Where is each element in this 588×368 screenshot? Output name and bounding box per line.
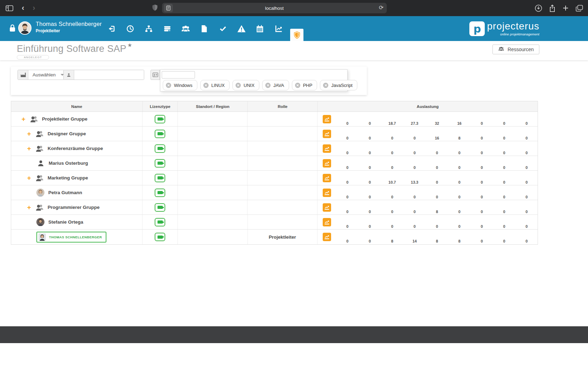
utilization-chart-button[interactable] [323, 159, 331, 168]
resources-button[interactable]: Ressourcen [492, 45, 539, 54]
factory-icon [18, 70, 28, 80]
tab-overview-icon[interactable] [576, 5, 583, 12]
remove-tag-icon[interactable]: ✕ [203, 83, 209, 88]
nav-logout-icon[interactable] [102, 16, 121, 41]
skill-tag[interactable]: ✕JavaScript [320, 80, 357, 90]
table-row[interactable]: +Marketing Gruppe0010.713.300000 [11, 171, 538, 185]
col-header-name: Name [11, 101, 143, 111]
location-cell [178, 156, 248, 170]
table-row[interactable]: Stefanie Ortega000000000 [11, 215, 538, 230]
nav-team-icon[interactable] [176, 16, 195, 41]
nav-org-chart-icon[interactable] [139, 16, 158, 41]
user-avatar[interactable] [18, 21, 31, 35]
expand-button[interactable]: + [27, 175, 31, 181]
avatar [38, 233, 46, 241]
nav-clock-icon[interactable] [121, 16, 139, 41]
nav-shield-icon[interactable] [290, 29, 303, 41]
remove-tag-icon[interactable]: ✕ [265, 83, 271, 88]
battery-license-icon[interactable] [155, 203, 165, 212]
utilization-chart-button[interactable] [323, 203, 331, 212]
logo-mark-icon: p [469, 21, 485, 36]
nav-document-icon[interactable] [195, 16, 214, 41]
new-tab-icon[interactable] [562, 5, 569, 11]
license-cell [142, 230, 178, 244]
row-name: Konferenzräume Gruppe [48, 146, 103, 151]
battery-license-icon[interactable] [155, 218, 165, 226]
table-row[interactable]: +Projektleiter Gruppe0018.727.33216000 [11, 112, 538, 127]
expand-button[interactable]: + [27, 145, 31, 152]
skill-search-input[interactable] [162, 71, 195, 79]
remove-tag-icon[interactable]: ✕ [236, 83, 241, 88]
main-nav [102, 16, 306, 41]
location-cell [178, 141, 248, 156]
utilization-chart-button[interactable] [323, 218, 331, 226]
battery-license-icon[interactable] [155, 115, 165, 123]
row-name: Designer Gruppe [48, 131, 86, 136]
sidebar-toggle-icon[interactable] [6, 5, 13, 11]
license-cell [142, 171, 178, 185]
forward-icon[interactable]: › [33, 4, 35, 12]
group-icon [30, 115, 38, 123]
reader-icon[interactable] [164, 4, 173, 12]
nav-check-icon[interactable] [214, 16, 232, 41]
battery-license-icon[interactable] [155, 189, 165, 197]
department-select[interactable]: Auswählen [18, 70, 69, 80]
resource-table: Name Lizenztype Standort / Region Rolle … [11, 101, 538, 245]
name-cell: +Designer Gruppe [11, 127, 142, 141]
utilization-chart-button[interactable] [323, 144, 331, 153]
skill-tag[interactable]: ✕LINUX [200, 80, 230, 90]
utilization-chart-button[interactable] [323, 189, 331, 197]
address-bar[interactable]: localhost ⟳ [162, 3, 387, 13]
logo-word: projecterus [487, 21, 539, 31]
battery-license-icon[interactable] [155, 233, 165, 241]
role-cell [247, 112, 317, 126]
nav-warning-icon[interactable] [232, 16, 251, 41]
nav-chart-icon[interactable] [269, 16, 288, 41]
remove-tag-icon[interactable]: ✕ [295, 83, 300, 88]
back-icon[interactable]: ‹ [22, 4, 24, 12]
downloads-icon[interactable] [535, 5, 542, 12]
favorite-star-icon[interactable]: ★ [127, 42, 132, 48]
person-search-input[interactable] [74, 70, 144, 80]
role-cell [247, 141, 317, 156]
expand-button[interactable]: + [27, 204, 31, 211]
name-cell: Petra Gutmann [11, 185, 142, 200]
utilization-chart-button[interactable] [323, 115, 331, 123]
skill-tag[interactable]: ✕UNIX [232, 80, 259, 90]
privacy-shield-icon[interactable] [152, 4, 158, 11]
location-cell [178, 200, 248, 214]
avatar [36, 218, 44, 226]
skill-tag-panel: ✕Windows✕LINUX✕UNIX✕JAVA✕PHP✕JavaScript [160, 69, 348, 91]
expand-button[interactable]: + [21, 116, 26, 122]
skill-tag[interactable]: ✕Windows [163, 80, 197, 90]
reload-icon[interactable]: ⟳ [379, 4, 384, 11]
table-row[interactable]: +Programmierer Gruppe000080000 [11, 200, 538, 215]
skill-tag[interactable]: ✕PHP [292, 80, 317, 90]
expand-button[interactable]: + [27, 130, 31, 137]
remove-tag-icon[interactable]: ✕ [166, 83, 171, 88]
share-icon[interactable] [549, 4, 555, 12]
battery-license-icon[interactable] [155, 130, 165, 138]
table-row[interactable]: Petra Gutmann000000000 [11, 185, 538, 200]
skill-tag[interactable]: ✕JAVA [262, 80, 289, 90]
table-row[interactable]: +Designer Gruppe0000168000 [11, 127, 538, 141]
license-cell [142, 200, 178, 214]
table-row[interactable]: +Konferenzräume Gruppe000000000 [11, 141, 538, 156]
nav-list-icon[interactable] [158, 16, 176, 41]
current-user-pill[interactable]: THOMAS SCHNELLENBERGER [36, 232, 106, 243]
role-cell [247, 171, 317, 185]
battery-license-icon[interactable] [155, 144, 165, 153]
battery-license-icon[interactable] [155, 159, 165, 168]
remove-tag-icon[interactable]: ✕ [323, 83, 328, 88]
nav-calendar-icon[interactable] [251, 16, 269, 41]
utilization-chart-button[interactable] [323, 174, 331, 182]
battery-license-icon[interactable] [155, 174, 165, 182]
lock-icon[interactable] [9, 24, 16, 34]
table-row[interactable]: Marius Osterburg000000000 [11, 156, 538, 171]
utilization-chart-button[interactable] [323, 233, 331, 241]
row-name: Marketing Gruppe [48, 175, 88, 180]
row-name: Petra Gutmann [48, 190, 82, 195]
table-row[interactable]: THOMAS SCHNELLENBERGERProjektleiter00814… [11, 230, 538, 244]
role-cell [248, 215, 318, 229]
utilization-chart-button[interactable] [323, 130, 331, 138]
